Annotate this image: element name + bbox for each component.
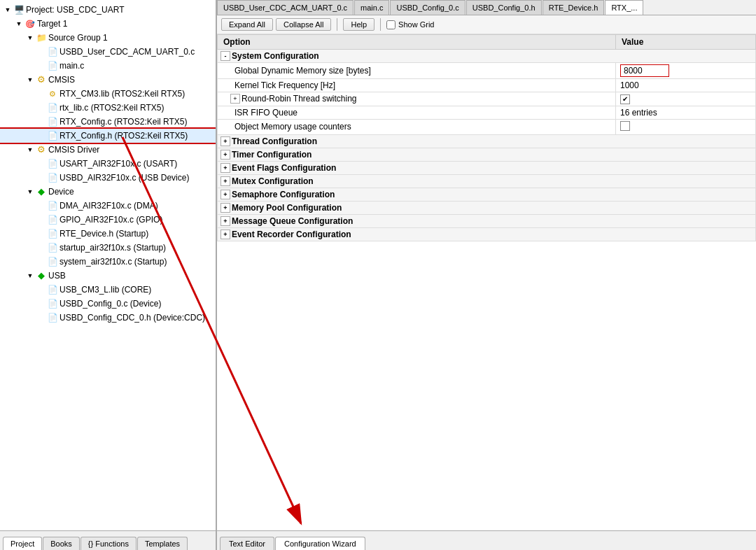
- project-tab-label: Project: [10, 540, 34, 548]
- tree-item-source-group[interactable]: ▼ 📁 Source Group 1: [0, 31, 216, 45]
- table-row-system-config[interactable]: - System Configuration: [218, 50, 756, 63]
- expand-icon-cmsis-driver: ▼: [25, 145, 35, 155]
- collapse-all-button[interactable]: Collapse All: [276, 18, 331, 31]
- tree-item-usb-cm3[interactable]: ▶ 📄 USB_CM3_L.lib (CORE): [0, 283, 216, 297]
- expand-event-recorder-config[interactable]: +: [220, 230, 230, 239]
- event-recorder-config-label: Event Recorder Configuration: [232, 230, 351, 239]
- tree-item-cmsis[interactable]: ▼ ⚙ CMSIS: [0, 73, 216, 87]
- tab-usbd-config-h[interactable]: USBD_Config_0.h: [466, 0, 542, 15]
- round-robin-checkbox[interactable]: ✔: [620, 94, 630, 104]
- table-row-semaphore-config[interactable]: + Semaphore Configuration: [218, 188, 756, 201]
- right-tab-bar: USBD_User_CDC_ACM_UART_0.c main.c USBD_C…: [217, 0, 756, 15]
- tab-rtx[interactable]: RTX_...: [605, 0, 643, 15]
- expand-memory-pool-config[interactable]: +: [220, 203, 230, 213]
- table-row-round-robin[interactable]: + Round-Robin Thread switching ✔: [218, 92, 756, 106]
- main-c-icon: 📄: [47, 60, 58, 71]
- expand-icon-target1: ▼: [14, 19, 24, 29]
- tree-item-dma[interactable]: ▶ 📄 DMA_AIR32F10x.c (DMA): [0, 199, 216, 213]
- rte-device-icon: 📄: [47, 228, 58, 239]
- right-panel: USBD_User_CDC_ACM_UART_0.c main.c USBD_C…: [217, 0, 756, 550]
- usbd-config-label: USBD_Config_0.c (Device): [59, 297, 161, 310]
- table-row-mutex-config[interactable]: + Mutex Configuration: [218, 174, 756, 188]
- semaphore-config-label: Semaphore Configuration: [232, 190, 335, 199]
- expand-thread-config[interactable]: +: [220, 136, 230, 146]
- config-wizard-tab-label: Configuration Wizard: [284, 540, 356, 548]
- tree-item-usbd-config-cdc[interactable]: ▶ 📄 USBD_Config_CDC_0.h (Device:CDC): [0, 311, 216, 325]
- table-row-object-memory[interactable]: Object Memory usage counters: [218, 119, 756, 134]
- expand-event-flags-config[interactable]: +: [220, 163, 230, 173]
- tree-item-cmsis-driver[interactable]: ▼ ⚙ CMSIS Driver: [0, 143, 216, 157]
- books-tab[interactable]: Books: [43, 537, 80, 550]
- tab-rte-device[interactable]: RTE_Device.h: [542, 0, 605, 15]
- tree-item-rtx-config-c[interactable]: ▶ 📄 RTX_Config.c (RTOS2:Keil RTX5): [0, 115, 216, 129]
- tab-usbd-acm-label: USBD_User_CDC_ACM_UART_0.c: [223, 3, 347, 12]
- tree-item-usart[interactable]: ▶ 📄 USART_AIR32F10x.c (USART): [0, 157, 216, 171]
- tab-main[interactable]: main.c: [354, 0, 389, 15]
- system-config-label: System Configuration: [232, 51, 319, 61]
- cmsis-driver-icon: ⚙: [36, 144, 47, 155]
- tree-item-main-c[interactable]: ▶ 📄 main.c: [0, 59, 216, 73]
- tab-usbd-acm[interactable]: USBD_User_CDC_ACM_UART_0.c: [217, 0, 354, 15]
- show-grid-label[interactable]: Show Grid: [386, 20, 434, 29]
- tab-rtx-label: RTX_...: [611, 3, 637, 12]
- tree-item-project-root[interactable]: ▼ 🖥️ Project: USB_CDC_UART: [0, 3, 216, 17]
- expand-icon-source-group: ▼: [25, 33, 35, 43]
- object-memory-checkbox[interactable]: [620, 121, 630, 131]
- expand-round-robin[interactable]: +: [230, 94, 240, 104]
- expand-semaphore-config[interactable]: +: [220, 190, 230, 199]
- kernel-tick-value: 1000: [620, 80, 639, 90]
- expand-message-queue-config[interactable]: +: [220, 216, 230, 226]
- table-row-global-dynamic-memory[interactable]: Global Dynamic Memory size [bytes]: [218, 63, 756, 79]
- dma-label: DMA_AIR32F10x.c (DMA): [59, 199, 158, 212]
- cmsis-icon: ⚙: [36, 74, 47, 85]
- tree-item-target1[interactable]: ▼ 🎯 Target 1: [0, 17, 216, 31]
- tree-item-startup[interactable]: ▶ 📄 startup_air32f10x.s (Startup): [0, 241, 216, 255]
- table-row-isr-fifo[interactable]: ISR FIFO Queue 16 entries: [218, 106, 756, 119]
- table-row-event-recorder-config[interactable]: + Event Recorder Configuration: [218, 227, 756, 241]
- rtx-config-h-label: RTX_Config.h (RTOS2:Keil RTX5): [59, 129, 188, 142]
- project-tab[interactable]: Project: [3, 537, 42, 550]
- templates-tab[interactable]: Templates: [137, 537, 188, 550]
- tree-item-rtx-config-h[interactable]: ▶ 📄 RTX_Config.h (RTOS2:Keil RTX5): [0, 129, 216, 143]
- option-header: Option: [218, 35, 616, 50]
- tree-item-rte-device[interactable]: ▶ 📄 RTE_Device.h (Startup): [0, 227, 216, 241]
- table-row-memory-pool-config[interactable]: + Memory Pool Configuration: [218, 201, 756, 214]
- table-row-message-queue-config[interactable]: + Message Queue Configuration: [218, 214, 756, 227]
- tree-item-rtx-cm3[interactable]: ▶ ⚙ RTX_CM3.lib (RTOS2:Keil RTX5): [0, 87, 216, 101]
- rtx-cm3-label: RTX_CM3.lib (RTOS2:Keil RTX5): [59, 87, 185, 100]
- tree-item-usbd-config[interactable]: ▶ 📄 USBD_Config_0.c (Device): [0, 297, 216, 311]
- global-dynamic-label: Global Dynamic Memory size [bytes]: [234, 66, 371, 76]
- tree-item-usb[interactable]: ▼ ◆ USB: [0, 269, 216, 283]
- tree-item-usbd-user[interactable]: ▶ 📄 USBD_User_CDC_ACM_UART_0.c: [0, 45, 216, 59]
- text-editor-tab[interactable]: Text Editor: [220, 537, 274, 550]
- tab-rte-device-label: RTE_Device.h: [549, 3, 598, 12]
- memory-pool-config-label: Memory Pool Configuration: [232, 203, 342, 213]
- table-row-timer-config[interactable]: + Timer Configuration: [218, 148, 756, 161]
- tree-item-rtx-lib[interactable]: ▶ 📄 rtx_lib.c (RTOS2:Keil RTX5): [0, 101, 216, 115]
- tree-item-usbd-air32[interactable]: ▶ 📄 USBD_AIR32F10x.c (USB Device): [0, 171, 216, 185]
- expand-mutex-config[interactable]: +: [220, 176, 230, 186]
- tree-item-gpio[interactable]: ▶ 📄 GPIO_AIR32F10x.c (GPIO): [0, 213, 216, 227]
- table-row-event-flags-config[interactable]: + Event Flags Configuration: [218, 161, 756, 174]
- tree-item-device[interactable]: ▼ ◆ Device: [0, 185, 216, 199]
- tab-main-label: main.c: [360, 3, 383, 12]
- functions-tab[interactable]: {} Functions: [80, 537, 136, 550]
- tab-usbd-config[interactable]: USBD_Config_0.c: [390, 0, 465, 15]
- system-label: system_air32f10x.c (Startup): [59, 255, 167, 268]
- global-dynamic-value[interactable]: [620, 64, 669, 77]
- help-button[interactable]: Help: [343, 18, 374, 31]
- table-row-thread-config[interactable]: + Thread Configuration: [218, 134, 756, 148]
- gpio-label: GPIO_AIR32F10x.c (GPIO): [59, 213, 162, 226]
- expand-all-label: Expand All: [229, 20, 265, 29]
- functions-tab-label: {} Functions: [88, 540, 129, 548]
- expand-all-button[interactable]: Expand All: [221, 18, 273, 31]
- show-grid-checkbox[interactable]: [386, 20, 396, 29]
- tree-item-system[interactable]: ▶ 📄 system_air32f10x.c (Startup): [0, 255, 216, 269]
- left-bottom-tabs: Project Books {} Functions Templates: [0, 530, 216, 550]
- expand-system-config[interactable]: -: [220, 51, 230, 61]
- timer-config-label: Timer Configuration: [232, 150, 312, 160]
- config-wizard-tab[interactable]: Configuration Wizard: [275, 537, 365, 550]
- main-c-label: main.c: [59, 59, 84, 72]
- expand-timer-config[interactable]: +: [220, 150, 230, 160]
- table-row-kernel-tick[interactable]: Kernel Tick Frequency [Hz] 1000: [218, 79, 756, 92]
